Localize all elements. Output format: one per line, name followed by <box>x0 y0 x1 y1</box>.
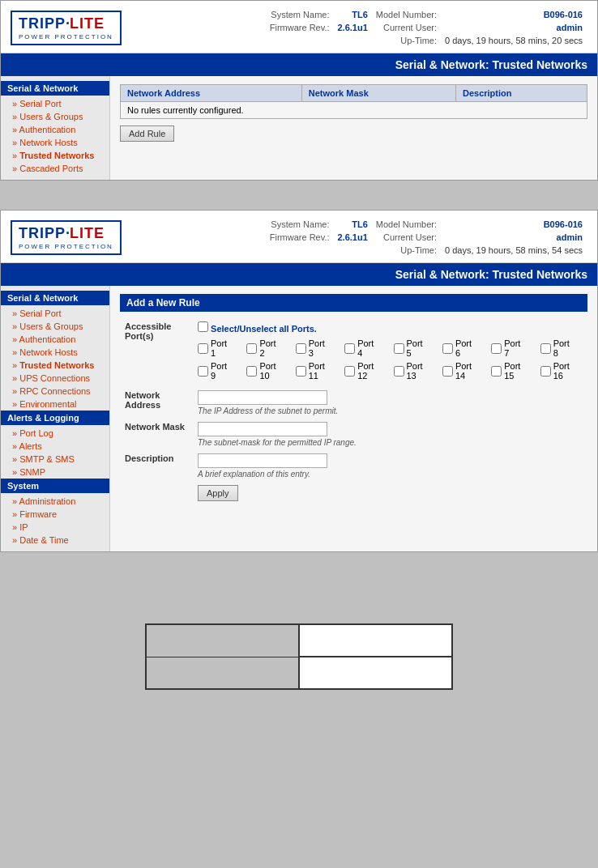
description-hint: A brief explanation of this entry. <box>198 470 583 479</box>
port-1-item: Port1 <box>198 338 240 358</box>
sidebar-item-port-log[interactable]: Port Log <box>1 427 109 440</box>
user-value: admin <box>442 22 586 33</box>
uptime-value: 0 days, 19 hours, 58 mins, 20 secs <box>442 35 586 46</box>
add-rule-form: Accessible Port(s) Select/Unselect all P… <box>120 318 587 504</box>
fw-value: 2.6.1u1 <box>335 22 371 33</box>
port-2-checkbox[interactable] <box>246 343 257 354</box>
port-13-item: Port13 <box>394 361 436 381</box>
select-all-label: Select/Unselect all Ports. <box>211 324 317 334</box>
user-label: Current User: <box>373 22 440 33</box>
bottom-cell-1 <box>146 624 299 657</box>
sidebar-item-cascaded-ports-1[interactable]: Cascaded Ports <box>1 162 109 175</box>
port-1-checkbox[interactable] <box>198 343 208 354</box>
add-rule-button-1[interactable]: Add Rule <box>120 126 174 142</box>
sidebar-item-serial-port-2[interactable]: Serial Port <box>1 307 109 320</box>
sidebar-item-serial-port-1[interactable]: Serial Port <box>1 97 109 110</box>
port-7-label: Port7 <box>504 338 520 358</box>
header-2: TRIPP·LITE POWER PROTECTION System Name:… <box>1 211 597 263</box>
port-16-checkbox[interactable] <box>540 366 551 377</box>
sidebar-item-network-hosts-1[interactable]: Network Hosts <box>1 136 109 149</box>
network-address-input[interactable] <box>198 390 327 405</box>
sidebar-item-alerts[interactable]: Alerts <box>1 440 109 453</box>
sidebar-item-firmware[interactable]: Firmware <box>1 508 109 521</box>
bottom-section <box>0 607 598 706</box>
col-network-address: Network Address <box>121 85 302 102</box>
model-label: Model Number: <box>373 9 440 20</box>
sidebar-item-date-time[interactable]: Date & Time <box>1 534 109 547</box>
fw-label: Firmware Rev.: <box>267 22 333 33</box>
port-16-item: Port16 <box>540 361 583 381</box>
port-2-item: Port2 <box>246 338 288 358</box>
port-10-checkbox[interactable] <box>246 366 257 377</box>
select-all-checkbox[interactable] <box>198 321 208 332</box>
port-12-checkbox[interactable] <box>344 366 355 377</box>
sidebar-section-alerts: Alerts & Logging <box>1 411 109 425</box>
ports-grid: Port1 Port2 Port3 <box>198 338 583 381</box>
port-7-item: Port7 <box>491 338 533 358</box>
sidebar-item-authentication-1[interactable]: Authentication <box>1 123 109 136</box>
sidebar-item-users-groups-1[interactable]: Users & Groups <box>1 110 109 123</box>
model-label-2: Model Number: <box>373 219 440 230</box>
fw-value-2: 2.6.1u1 <box>335 232 371 243</box>
sidebar-section-serial-network-1: Serial & Network <box>1 81 109 96</box>
bottom-table <box>145 623 453 690</box>
port-8-checkbox[interactable] <box>540 343 551 354</box>
no-rules-text: No rules currently configured. <box>121 102 587 119</box>
network-mask-label: Network Mask <box>120 419 193 450</box>
description-input[interactable] <box>198 453 327 468</box>
port-9-checkbox[interactable] <box>198 366 208 377</box>
description-label: Description <box>120 450 193 482</box>
sidebar-item-rpc-connections[interactable]: RPC Connections <box>1 385 109 398</box>
port-13-label: Port13 <box>407 361 423 381</box>
title-bar-1: Serial & Network: Trusted Networks <box>1 53 597 76</box>
port-14-checkbox[interactable] <box>442 366 453 377</box>
form-section-title: Add a New Rule <box>120 294 587 312</box>
network-mask-cell: The subnet-mask for the permitted IP ran… <box>193 419 587 450</box>
apply-button[interactable]: Apply <box>198 485 238 501</box>
sidebar-item-smtp-sms[interactable]: SMTP & SMS <box>1 453 109 466</box>
bottom-cell-4[interactable] <box>299 657 452 689</box>
ports-cell: Select/Unselect all Ports. Port1 Port2 <box>193 318 587 387</box>
sys-name-value-2: TL6 <box>335 219 371 230</box>
sidebar-1: Serial & Network Serial Port Users & Gro… <box>1 76 110 180</box>
port-12-label: Port12 <box>357 361 374 381</box>
port-3-item: Port3 <box>296 338 338 358</box>
port-5-checkbox[interactable] <box>394 343 404 354</box>
sidebar-item-snmp[interactable]: SNMP <box>1 466 109 479</box>
sidebar-section-serial-network-2: Serial & Network <box>1 291 109 305</box>
port-7-checkbox[interactable] <box>491 343 502 354</box>
sidebar-item-users-groups-2[interactable]: Users & Groups <box>1 320 109 333</box>
port-8-item: Port8 <box>540 338 583 358</box>
port-11-checkbox[interactable] <box>296 366 306 377</box>
network-address-cell: The IP Address of the subnet to permit. <box>193 387 587 419</box>
sidebar-item-ip[interactable]: IP <box>1 521 109 534</box>
model-value: B096-016 <box>442 9 586 20</box>
sidebar-item-environmental[interactable]: Environmental <box>1 398 109 411</box>
network-address-label: Network Address <box>120 387 193 419</box>
sidebar-item-administration[interactable]: Administration <box>1 495 109 508</box>
port-12-item: Port12 <box>344 361 387 381</box>
col-description: Description <box>455 85 587 102</box>
sidebar-2: Serial & Network Serial Port Users & Gro… <box>1 286 110 551</box>
sidebar-item-network-hosts-2[interactable]: Network Hosts <box>1 346 109 359</box>
model-value-2: B096-016 <box>442 219 586 230</box>
bottom-cell-3 <box>146 657 299 689</box>
bottom-cell-2[interactable] <box>299 624 452 657</box>
port-6-checkbox[interactable] <box>442 343 453 354</box>
port-15-checkbox[interactable] <box>491 366 502 377</box>
user-value-2: admin <box>442 232 586 243</box>
sidebar-item-trusted-networks-1[interactable]: Trusted Networks <box>1 149 109 162</box>
port-9-label: Port9 <box>211 361 227 381</box>
port-6-item: Port6 <box>442 338 485 358</box>
port-13-checkbox[interactable] <box>394 366 404 377</box>
sys-name-label-2: System Name: <box>267 219 333 230</box>
sidebar-item-ups-connections[interactable]: UPS Connections <box>1 372 109 385</box>
network-mask-input[interactable] <box>198 422 327 436</box>
port-3-label: Port3 <box>309 338 325 358</box>
port-4-label: Port4 <box>357 338 374 358</box>
logo-2: TRIPP·LITE POWER PROTECTION <box>11 220 132 255</box>
port-3-checkbox[interactable] <box>296 343 306 354</box>
sidebar-item-trusted-networks-2[interactable]: Trusted Networks <box>1 359 109 372</box>
sidebar-item-authentication-2[interactable]: Authentication <box>1 333 109 346</box>
port-4-checkbox[interactable] <box>344 343 355 354</box>
